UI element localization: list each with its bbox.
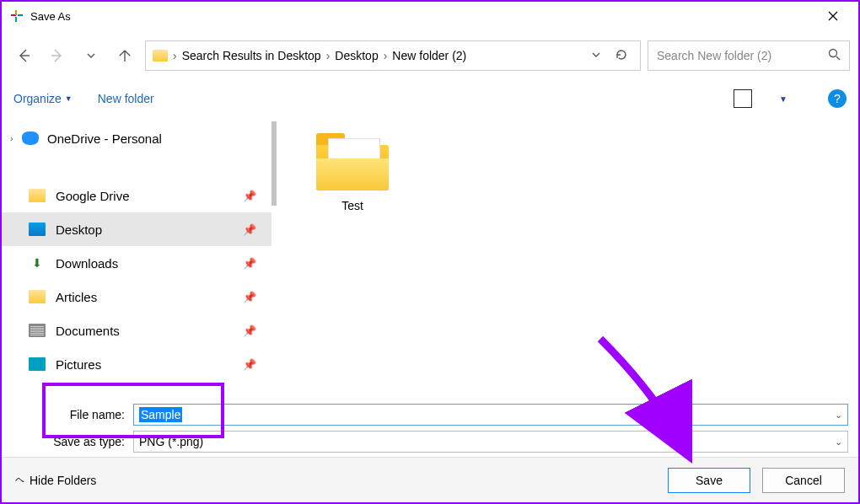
chevron-down-icon: ▼ — [65, 94, 73, 103]
chevron-right-icon: › — [326, 49, 331, 62]
cancel-button[interactable]: Cancel — [762, 468, 845, 493]
organize-menu[interactable]: Organize ▼ — [13, 92, 73, 105]
pictures-icon — [29, 357, 46, 371]
folder-icon — [29, 290, 46, 303]
titlebar: Save As — [2, 2, 858, 30]
fields-area: File name: Sample ⌄ Save as type: PNG (*… — [2, 399, 858, 457]
sidebar-item-desktop[interactable]: Desktop 📌 — [2, 212, 271, 246]
chevron-up-icon: ヘ — [15, 474, 24, 486]
help-button[interactable]: ? — [828, 89, 847, 108]
desktop-icon — [29, 223, 46, 236]
pin-icon: 📌 — [243, 223, 256, 236]
chevron-down-icon[interactable]: ⌄ — [835, 410, 842, 421]
search-input[interactable]: Search New folder (2) — [648, 40, 850, 71]
app-icon — [10, 9, 24, 23]
document-icon — [29, 324, 46, 337]
saveastype-select[interactable]: PNG (*.png) ⌄ — [133, 431, 848, 453]
sidebar-item-documents[interactable]: Documents 📌 — [2, 314, 271, 347]
view-mode-dropdown[interactable]: ▼ — [779, 94, 787, 104]
sidebar-item-articles[interactable]: Articles 📌 — [2, 280, 271, 314]
view-mode-button[interactable] — [734, 89, 752, 108]
recent-dropdown[interactable] — [78, 42, 105, 69]
folder-icon — [153, 50, 168, 62]
sidebar-item-label: Pictures — [56, 357, 243, 372]
download-icon: ⬇ — [29, 256, 46, 270]
pin-icon: 📌 — [243, 190, 256, 202]
sidebar-item-label: Articles — [56, 290, 243, 304]
svg-rect-3 — [15, 17, 17, 22]
sidebar-item-label: Desktop — [56, 223, 243, 237]
sidebar-item-label: Google Drive — [56, 189, 243, 203]
breadcrumb-item[interactable]: Desktop — [335, 49, 378, 62]
saveastype-value: PNG (*.png) — [139, 435, 203, 448]
toolbar: Organize ▼ New folder ▼ ? — [2, 81, 858, 116]
svg-rect-2 — [15, 10, 17, 15]
tree-onedrive[interactable]: › OneDrive - Personal — [2, 121, 271, 155]
tree-label: OneDrive - Personal — [47, 131, 162, 146]
sidebar: › OneDrive - Personal Google Drive 📌 Des… — [2, 116, 271, 399]
save-as-dialog: Save As › Search Results in Desktop › De… — [2, 2, 858, 502]
pin-icon: 📌 — [243, 324, 256, 337]
nav-row: › Search Results in Desktop › Desktop › … — [2, 30, 858, 81]
sidebar-item-label: Documents — [56, 324, 243, 338]
sidebar-item-pictures[interactable]: Pictures 📌 — [2, 347, 271, 381]
filename-label: File name: — [46, 408, 130, 421]
chevron-right-icon: › — [10, 133, 22, 143]
forward-button[interactable] — [44, 42, 71, 69]
svg-point-4 — [830, 50, 837, 57]
hide-folders-toggle[interactable]: ヘ Hide Folders — [15, 474, 96, 487]
close-button[interactable] — [816, 3, 850, 29]
up-button[interactable] — [111, 42, 138, 69]
window-title: Save As — [30, 10, 71, 23]
address-bar[interactable]: › Search Results in Desktop › Desktop › … — [145, 40, 641, 71]
chevron-right-icon: › — [384, 49, 388, 62]
folder-label: Test — [341, 199, 363, 212]
breadcrumb-item[interactable]: New folder (2) — [392, 49, 466, 62]
search-icon — [828, 48, 841, 63]
breadcrumb-item[interactable]: Search Results in Desktop — [182, 49, 321, 62]
chevron-right-icon: › — [173, 49, 177, 62]
pin-icon: 📌 — [243, 257, 256, 270]
folder-icon — [316, 133, 389, 190]
body-area: › OneDrive - Personal Google Drive 📌 Des… — [2, 116, 858, 399]
save-button[interactable]: Save — [668, 468, 750, 493]
refresh-button[interactable] — [610, 48, 633, 64]
address-dropdown[interactable] — [588, 49, 605, 62]
folder-item-test[interactable]: Test — [302, 133, 403, 212]
content-pane[interactable]: Test — [277, 116, 858, 399]
sidebar-item-downloads[interactable]: ⬇ Downloads 📌 — [2, 246, 271, 280]
filename-value: Sample — [139, 407, 182, 422]
filename-row: File name: Sample ⌄ — [46, 401, 848, 428]
folder-icon — [29, 189, 46, 202]
pin-icon: 📌 — [243, 291, 256, 303]
pin-icon: 📌 — [243, 358, 256, 371]
footer: ヘ Hide Folders Save Cancel — [2, 457, 858, 502]
svg-rect-1 — [18, 14, 23, 16]
cloud-icon — [22, 131, 39, 145]
back-button[interactable] — [10, 42, 37, 69]
saveastype-label: Save as type: — [46, 435, 130, 448]
sidebar-item-google-drive[interactable]: Google Drive 📌 — [2, 179, 271, 212]
search-placeholder: Search New folder (2) — [657, 49, 771, 62]
sidebar-item-label: Downloads — [56, 256, 243, 271]
saveastype-row: Save as type: PNG (*.png) ⌄ — [46, 428, 848, 455]
new-folder-button[interactable]: New folder — [98, 92, 154, 105]
filename-input[interactable]: Sample ⌄ — [133, 404, 848, 426]
chevron-down-icon[interactable]: ⌄ — [835, 437, 842, 448]
